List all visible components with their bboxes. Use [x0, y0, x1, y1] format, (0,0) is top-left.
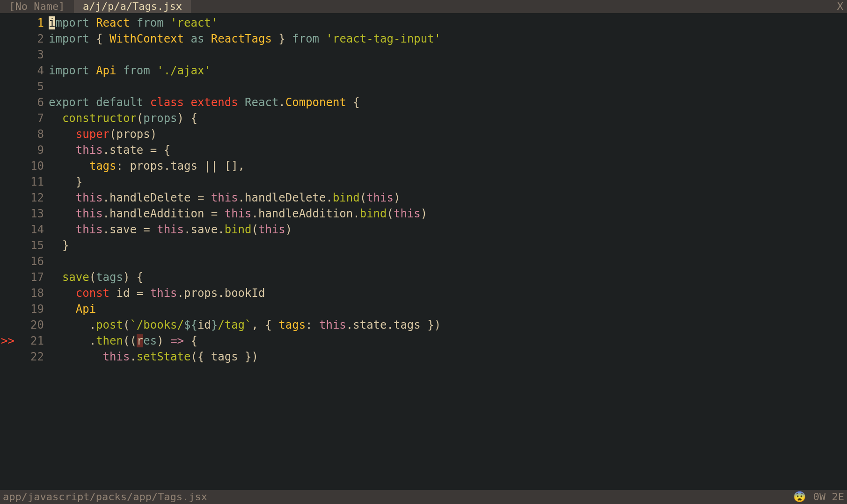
code-text[interactable] — [49, 253, 847, 269]
sign-column — [0, 349, 16, 365]
code-line[interactable]: 13 this.handleAddition = this.handleAddi… — [0, 206, 847, 222]
code-line[interactable]: 15 } — [0, 238, 847, 253]
tab-close-button[interactable]: X — [833, 0, 847, 13]
sign-column — [0, 174, 16, 190]
code-text[interactable]: this.setState({ tags }) — [49, 349, 847, 365]
line-number: 12 — [16, 190, 49, 206]
line-number: 20 — [16, 317, 49, 333]
line-number: 4 — [16, 63, 49, 79]
code-text[interactable]: } — [49, 238, 847, 253]
code-line[interactable]: 3 — [0, 47, 847, 63]
sign-column — [0, 301, 16, 317]
line-number: 10 — [16, 158, 49, 174]
code-text[interactable]: .then((res) => { — [49, 333, 847, 349]
code-line[interactable]: 6export default class extends React.Comp… — [0, 94, 847, 110]
sign-column — [0, 15, 16, 31]
tabline: [No Name] a/j/p/a/Tags.jsx X — [0, 0, 847, 13]
code-line[interactable]: 19 Api — [0, 301, 847, 317]
sign-column — [0, 94, 16, 110]
line-number: 8 — [16, 126, 49, 142]
code-line[interactable]: 2import { WithContext as ReactTags } fro… — [0, 31, 847, 47]
code-line[interactable]: 10 tags: props.tags || [], — [0, 158, 847, 174]
tab-inactive[interactable]: [No Name] — [0, 0, 74, 13]
line-number: 21 — [16, 333, 49, 349]
sign-column — [0, 126, 16, 142]
code-text[interactable]: import Api from './ajax' — [49, 63, 847, 79]
sign-column: >> — [0, 333, 16, 349]
sign-column — [0, 79, 16, 94]
code-line[interactable]: 12 this.handleDelete = this.handleDelete… — [0, 190, 847, 206]
sign-column — [0, 317, 16, 333]
code-line[interactable]: 8 super(props) — [0, 126, 847, 142]
code-line[interactable]: 22 this.setState({ tags }) — [0, 349, 847, 365]
sign-column — [0, 63, 16, 79]
code-line[interactable]: 16 — [0, 253, 847, 269]
code-line[interactable]: 20 .post(`/books/${id}/tag`, { tags: thi… — [0, 317, 847, 333]
sign-column — [0, 142, 16, 158]
line-number: 14 — [16, 222, 49, 238]
code-line[interactable]: 1import React from 'react' — [0, 15, 847, 31]
sign-column — [0, 47, 16, 63]
line-number: 15 — [16, 238, 49, 253]
code-line[interactable]: 4import Api from './ajax' — [0, 63, 847, 79]
sign-column — [0, 158, 16, 174]
code-text[interactable]: this.handleAddition = this.handleAdditio… — [49, 206, 847, 222]
sign-column — [0, 31, 16, 47]
code-buffer[interactable]: 1import React from 'react'2import { With… — [0, 13, 847, 490]
line-number: 18 — [16, 285, 49, 301]
code-text[interactable]: super(props) — [49, 126, 847, 142]
code-text[interactable]: this.save = this.save.bind(this) — [49, 222, 847, 238]
code-text[interactable] — [49, 79, 847, 94]
tab-active[interactable]: a/j/p/a/Tags.jsx — [74, 0, 191, 13]
sign-column — [0, 190, 16, 206]
code-text[interactable]: save(tags) { — [49, 269, 847, 285]
line-number: 5 — [16, 79, 49, 94]
line-number: 9 — [16, 142, 49, 158]
line-number: 2 — [16, 31, 49, 47]
line-number: 6 — [16, 94, 49, 110]
line-number: 16 — [16, 253, 49, 269]
sign-column — [0, 269, 16, 285]
code-line[interactable]: >>21 .then((res) => { — [0, 333, 847, 349]
editor-root: [No Name] a/j/p/a/Tags.jsx X 1import Rea… — [0, 0, 847, 504]
status-filepath: app/javascript/packs/app/Tags.jsx — [3, 490, 207, 504]
code-text[interactable]: const id = this.props.bookId — [49, 285, 847, 301]
sign-column — [0, 238, 16, 253]
code-line[interactable]: 14 this.save = this.save.bind(this) — [0, 222, 847, 238]
code-text[interactable]: } — [49, 174, 847, 190]
line-number: 7 — [16, 110, 49, 126]
line-number: 3 — [16, 47, 49, 63]
line-number: 22 — [16, 349, 49, 365]
status-emoji-icon: 😨 — [793, 490, 806, 504]
code-line[interactable]: 9 this.state = { — [0, 142, 847, 158]
statusline: app/javascript/packs/app/Tags.jsx 😨 0W 2… — [0, 490, 847, 504]
line-number: 17 — [16, 269, 49, 285]
code-text[interactable]: this.state = { — [49, 142, 847, 158]
line-number: 1 — [16, 15, 49, 31]
code-text[interactable]: .post(`/books/${id}/tag`, { tags: this.s… — [49, 317, 847, 333]
code-text[interactable]: tags: props.tags || [], — [49, 158, 847, 174]
sign-column — [0, 285, 16, 301]
code-text[interactable]: import React from 'react' — [49, 15, 847, 31]
code-line[interactable]: 18 const id = this.props.bookId — [0, 285, 847, 301]
code-text[interactable]: export default class extends React.Compo… — [49, 94, 847, 110]
sign-column — [0, 222, 16, 238]
line-number: 19 — [16, 301, 49, 317]
code-text[interactable]: Api — [49, 301, 847, 317]
code-text[interactable]: constructor(props) { — [49, 110, 847, 126]
code-line[interactable]: 11 } — [0, 174, 847, 190]
code-text[interactable] — [49, 47, 847, 63]
sign-column — [0, 206, 16, 222]
status-right: 😨 0W 2E — [793, 490, 844, 504]
sign-column — [0, 253, 16, 269]
code-line[interactable]: 5 — [0, 79, 847, 94]
sign-column — [0, 110, 16, 126]
code-text[interactable]: import { WithContext as ReactTags } from… — [49, 31, 847, 47]
status-lint-counts: 0W 2E — [813, 490, 844, 504]
line-number: 13 — [16, 206, 49, 222]
line-number: 11 — [16, 174, 49, 190]
code-text[interactable]: this.handleDelete = this.handleDelete.bi… — [49, 190, 847, 206]
code-line[interactable]: 17 save(tags) { — [0, 269, 847, 285]
code-line[interactable]: 7 constructor(props) { — [0, 110, 847, 126]
